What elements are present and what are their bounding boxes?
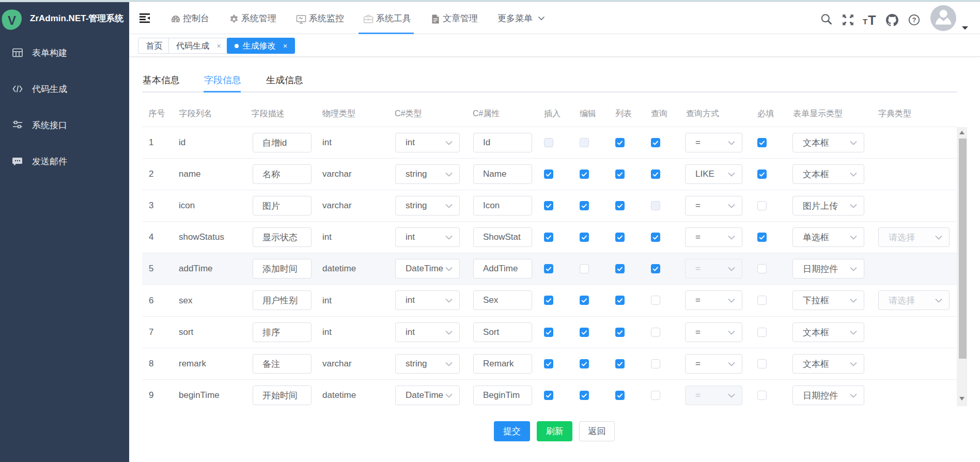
- svg-text:V: V: [8, 13, 16, 27]
- svg-text:?: ?: [912, 16, 916, 24]
